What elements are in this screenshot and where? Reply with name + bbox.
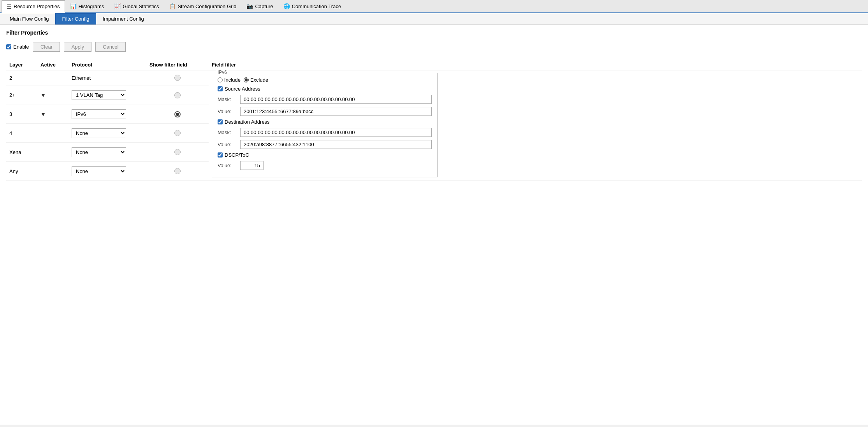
tab-global-statistics[interactable]: 📈 Global Statistics xyxy=(109,0,164,12)
row-active-2 xyxy=(37,70,69,86)
main-content: Filter Properties Enable Clear Apply Can… xyxy=(0,25,868,425)
ipv6-legend: IPv6 xyxy=(216,70,228,75)
row-active-3: ▼ xyxy=(37,105,69,124)
protocol-select-any[interactable]: None xyxy=(72,166,126,176)
row-layer-xena: Xena xyxy=(6,143,37,162)
source-address-checkbox[interactable] xyxy=(218,86,223,91)
dest-value-row: Value: xyxy=(218,140,432,149)
clear-button[interactable]: Clear xyxy=(33,42,60,52)
enable-checkbox-label[interactable]: Enable xyxy=(6,44,29,50)
show-filter-radio-xena[interactable] xyxy=(174,149,181,155)
source-value-input[interactable] xyxy=(240,107,432,116)
row-show-filter-any[interactable] xyxy=(146,162,209,181)
row-active-any xyxy=(37,162,69,181)
row-protocol-2plus[interactable]: 1 VLAN Tag None 2 VLAN Tags MPLS xyxy=(69,86,146,105)
row-layer-any: Any xyxy=(6,162,37,181)
dscp-value-row: Value: xyxy=(218,161,432,170)
protocol-select-xena[interactable]: None xyxy=(72,147,126,157)
communication-trace-icon: 🌐 xyxy=(283,3,290,9)
filter-table: Layer Active Protocol Show filter field … xyxy=(6,60,862,181)
show-filter-radio-any[interactable] xyxy=(174,168,181,174)
row-protocol-3[interactable]: IPv6 None IPv4 ARP xyxy=(69,105,146,124)
source-mask-label: Mask: xyxy=(218,96,237,102)
row-field-filter-2: IPv6 Include Exclude Source Address xyxy=(209,70,862,181)
stream-config-icon: 📋 xyxy=(169,3,176,9)
row-layer-4: 4 xyxy=(6,124,37,143)
row-layer-2plus: 2+ xyxy=(6,86,37,105)
global-statistics-icon: 📈 xyxy=(114,3,121,9)
header-active: Active xyxy=(37,60,69,70)
dscp-value-label: Value: xyxy=(218,163,237,168)
header-layer: Layer xyxy=(6,60,37,70)
dest-address-checkbox[interactable] xyxy=(218,119,223,124)
resource-properties-icon: ☰ xyxy=(7,4,12,10)
exclude-radio[interactable] xyxy=(244,77,249,82)
show-filter-radio-4[interactable] xyxy=(174,130,181,136)
include-radio-label[interactable]: Include xyxy=(218,77,241,83)
tab-filter-config[interactable]: Filter Config xyxy=(55,13,96,24)
dscp-checkbox[interactable] xyxy=(218,152,223,158)
dscp-checkbox-row: DSCP/ToC xyxy=(218,152,432,158)
dest-value-input[interactable] xyxy=(240,140,432,149)
protocol-select-3[interactable]: IPv6 None IPv4 ARP xyxy=(72,109,126,119)
source-mask-row: Mask: xyxy=(218,95,432,104)
show-filter-radio-2[interactable] xyxy=(174,75,181,81)
second-tabbar: Main Flow Config Filter Config Impairmen… xyxy=(0,13,868,25)
protocol-select-4[interactable]: None TCP UDP ICMP xyxy=(72,128,126,138)
enable-checkbox[interactable] xyxy=(6,44,11,49)
tab-capture[interactable]: 📷 Capture xyxy=(241,0,278,12)
tab-communication-trace[interactable]: 🌐 Communication Trace xyxy=(278,0,346,12)
dest-mask-row: Mask: xyxy=(218,128,432,137)
row-protocol-2: Ethernet xyxy=(69,70,146,86)
dest-mask-input[interactable] xyxy=(240,128,432,137)
source-value-row: Value: xyxy=(218,107,432,116)
header-field-filter: Field filter xyxy=(209,60,862,70)
row-layer-3: 3 xyxy=(6,105,37,124)
row-show-filter-2[interactable] xyxy=(146,70,209,86)
include-exclude-row: Include Exclude xyxy=(218,77,432,83)
tab-stream-config-grid[interactable]: 📋 Stream Configuration Grid xyxy=(164,0,241,12)
ipv6-panel: IPv6 Include Exclude Source Address xyxy=(212,73,438,177)
row-protocol-4[interactable]: None TCP UDP ICMP xyxy=(69,124,146,143)
row-protocol-any[interactable]: None xyxy=(69,162,146,181)
tab-main-flow-config[interactable]: Main Flow Config xyxy=(3,13,55,24)
top-tabbar: ☰ Resource Properties 📊 Histograms 📈 Glo… xyxy=(0,0,868,13)
filter-properties-title: Filter Properties xyxy=(6,30,862,37)
source-value-label: Value: xyxy=(218,108,237,114)
cancel-button[interactable]: Cancel xyxy=(95,42,126,52)
header-show-filter-field: Show filter field xyxy=(146,60,209,70)
active-filter-icon-2plus: ▼ xyxy=(40,92,46,98)
active-filter-icon-3: ▼ xyxy=(40,111,46,117)
include-radio[interactable] xyxy=(218,77,223,82)
filter-controls-row: Enable Clear Apply Cancel xyxy=(6,42,862,52)
dest-address-checkbox-row: Destination Address xyxy=(218,119,432,125)
row-layer-2: 2 xyxy=(6,70,37,86)
row-protocol-xena[interactable]: None xyxy=(69,143,146,162)
row-active-2plus: ▼ xyxy=(37,86,69,105)
show-filter-radio-2plus[interactable] xyxy=(174,92,181,98)
capture-icon: 📷 xyxy=(246,3,253,9)
apply-button[interactable]: Apply xyxy=(64,42,91,52)
row-show-filter-2plus[interactable] xyxy=(146,86,209,105)
dest-mask-label: Mask: xyxy=(218,130,237,135)
dscp-value-input[interactable] xyxy=(240,161,264,170)
dest-value-label: Value: xyxy=(218,142,237,147)
tab-histograms[interactable]: 📊 Histograms xyxy=(65,0,109,12)
protocol-select-2plus[interactable]: 1 VLAN Tag None 2 VLAN Tags MPLS xyxy=(72,90,126,100)
header-protocol: Protocol xyxy=(69,60,146,70)
source-mask-input[interactable] xyxy=(240,95,432,104)
row-active-4 xyxy=(37,124,69,143)
row-show-filter-4[interactable] xyxy=(146,124,209,143)
exclude-radio-label[interactable]: Exclude xyxy=(244,77,268,83)
row-show-filter-xena[interactable] xyxy=(146,143,209,162)
histograms-icon: 📊 xyxy=(70,3,77,9)
tab-impairment-config[interactable]: Impairment Config xyxy=(96,13,151,24)
show-filter-radio-3[interactable] xyxy=(174,111,181,117)
source-address-checkbox-row: Source Address xyxy=(218,86,432,92)
tab-resource-properties[interactable]: ☰ Resource Properties xyxy=(2,0,65,13)
row-show-filter-3[interactable] xyxy=(146,105,209,124)
row-active-xena xyxy=(37,143,69,162)
